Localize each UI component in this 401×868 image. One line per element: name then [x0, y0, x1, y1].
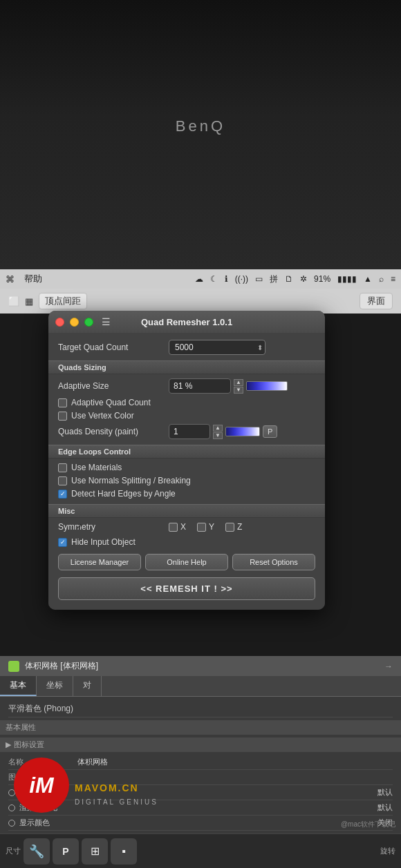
taskbar-item-p[interactable]: P [53, 838, 79, 865]
quads-density-row: Quads Density (paint) ▲ ▼ P [58, 424, 315, 439]
combined-icon[interactable]: 拼 [270, 273, 278, 285]
tab-basic[interactable]: 基本 [0, 676, 37, 696]
panel-arrow-icon[interactable]: → [384, 662, 393, 671]
symmetry-z: Z [225, 522, 242, 532]
menubar-help[interactable]: 帮助 [24, 273, 42, 285]
symmetry-y-checkbox[interactable] [197, 523, 206, 532]
use-normals-label: Use Normals Splitting / Breaking [71, 476, 191, 485]
adaptive-quad-count-checkbox[interactable] [58, 398, 67, 407]
misc-header: Misc [48, 504, 325, 518]
use-normals-checkbox[interactable] [58, 476, 67, 485]
quads-density-slider[interactable] [225, 427, 260, 436]
bluetooth-icon[interactable]: ✲ [300, 274, 307, 284]
footer-right: 旋转 [380, 846, 395, 856]
symmetry-z-checkbox[interactable] [225, 523, 234, 532]
symmetry-row: Symmetry X Y Z [58, 522, 315, 532]
use-normals-row: Use Normals Splitting / Breaking [58, 476, 315, 485]
hamburger-icon[interactable]: ☰ [102, 316, 111, 327]
use-materials-row: Use Materials [58, 463, 315, 472]
maximize-button[interactable] [84, 318, 93, 327]
target-count-select[interactable]: 5000 [169, 340, 265, 355]
target-count-select-wrapper: 5000 ⬍ [169, 340, 265, 355]
toolbar-icon1: ▦ [25, 296, 33, 307]
edge-loops-header: Edge Loops Control [48, 445, 325, 459]
use-vertex-color-checkbox[interactable] [58, 412, 67, 421]
moon-icon[interactable]: ☾ [210, 274, 218, 284]
detect-hard-edges-row: Detect Hard Edges by Angle [58, 489, 315, 499]
adaptive-size-slider[interactable] [246, 381, 288, 391]
use-materials-label: Use Materials [71, 463, 122, 472]
search-icon[interactable]: ⌕ [379, 274, 384, 284]
adaptive-size-up[interactable]: ▲ [234, 379, 243, 386]
adaptive-size-down[interactable]: ▼ [234, 387, 243, 394]
right-panel-btn[interactable]: 界面 [360, 293, 393, 309]
adaptive-size-input[interactable] [169, 378, 231, 394]
symmetry-controls: X Y Z [169, 522, 242, 532]
desktop-bar: ⬜ ▦ 顶点间距 界面 [0, 289, 401, 314]
tab-other[interactable]: 对 [73, 676, 102, 696]
display-color-radio[interactable] [8, 820, 15, 827]
editor-visible-value: 默认 [377, 787, 393, 798]
watermark-text: iM [29, 773, 54, 798]
icon-settings-arrow-icon: ▶ [6, 740, 11, 749]
icon-settings-title[interactable]: ▶ 图标设置 [0, 737, 401, 752]
dialog-body: Target Quad Count 5000 ⬍ Quads Sizing Ad… [48, 333, 325, 610]
panel-icon [8, 661, 19, 672]
symmetry-x: X [169, 522, 186, 532]
control-icon[interactable]: ≡ [391, 274, 395, 284]
name-value: 体积网格 [77, 757, 393, 767]
use-materials-checkbox[interactable] [58, 463, 67, 472]
wifi-bars-icon[interactable]: ▲ [364, 274, 372, 284]
symmetry-z-label: Z [237, 522, 242, 532]
p-button[interactable]: P [263, 425, 277, 438]
credit-text: @mac软件下载吧 [341, 820, 395, 829]
taskbar: 尺寸 🔧 P ⊞ ▪ 旋转 [0, 833, 401, 868]
renderer-visible-radio[interactable] [8, 804, 15, 811]
detect-hard-edges-checkbox[interactable] [58, 490, 67, 499]
detect-hard-edges-label: Detect Hard Edges by Angle [71, 489, 176, 499]
online-help-button[interactable]: Online Help [145, 554, 228, 570]
mavom-watermark: MAVOM.CN [75, 782, 139, 793]
tab-coordinates[interactable]: 坐标 [37, 676, 73, 696]
tabs-row: 基本 坐标 对 [0, 676, 401, 697]
cloud-icon[interactable]: ☁ [195, 274, 203, 284]
info-icon[interactable]: ℹ [225, 274, 228, 284]
quads-density-up[interactable]: ▲ [213, 425, 223, 432]
adaptive-quad-count-row: Adaptive Quad Count [58, 398, 315, 407]
wifi-icon[interactable]: ((·)) [235, 274, 248, 284]
panel-header: 体积网格 [体积网格] → [0, 656, 401, 676]
renderer-visible-value: 默认 [377, 802, 393, 813]
remesh-button[interactable]: << REMESH IT ! >> [58, 577, 315, 600]
taskbar-item-box[interactable]: ▪ [111, 838, 137, 865]
page-icon[interactable]: 🗋 [285, 274, 293, 284]
adaptive-size-row: Adaptive Size ▲ ▼ [58, 378, 315, 394]
quads-density-input[interactable] [169, 424, 210, 439]
taskbar-item-1[interactable]: 🔧 [24, 838, 50, 865]
panel-title: 体积网格 [体积网格] [25, 660, 98, 672]
adaptive-quad-count-label: Adaptive Quad Count [71, 398, 151, 407]
vertex-spacing-input[interactable]: 顶点间距 [39, 293, 87, 309]
monitor-background [0, 0, 401, 290]
apple-icon[interactable]: ⌘ [6, 274, 15, 284]
taskbar-item-grid[interactable]: ⊞ [82, 838, 108, 865]
minimize-button[interactable] [70, 318, 79, 327]
quads-density-control: ▲ ▼ P [169, 424, 315, 439]
quads-density-down[interactable]: ▼ [213, 432, 223, 439]
basic-props-title: 基本属性 [0, 720, 401, 735]
license-manager-button[interactable]: License Manager [58, 554, 141, 570]
monitor-logo: BenQ [176, 117, 225, 135]
target-quad-count-label: Target Quad Count [58, 343, 169, 352]
menubar-right: ☁ ☾ ℹ ((·)) ▭ 拼 🗋 ✲ 91% ▮▮▮▮ ▲ ⌕ ≡ [195, 273, 395, 285]
digital-watermark: DIGITAL GENIUS [75, 798, 158, 806]
reset-options-button[interactable]: Reset Options [232, 554, 315, 570]
hide-input-checkbox[interactable] [58, 538, 67, 547]
quads-sizing-header: Quads Sizing [48, 360, 325, 374]
symmetry-x-checkbox[interactable] [169, 523, 178, 532]
hide-input-row: Hide Input Object [58, 537, 315, 547]
target-quad-count-control: 5000 ⬍ [169, 340, 315, 355]
battery-icon: ▮▮▮▮ [337, 274, 357, 284]
symmetry-y: Y [197, 522, 214, 532]
display-icon[interactable]: ▭ [255, 274, 263, 284]
display-color-label: 显示颜色 [19, 818, 50, 828]
close-button[interactable] [55, 318, 64, 327]
